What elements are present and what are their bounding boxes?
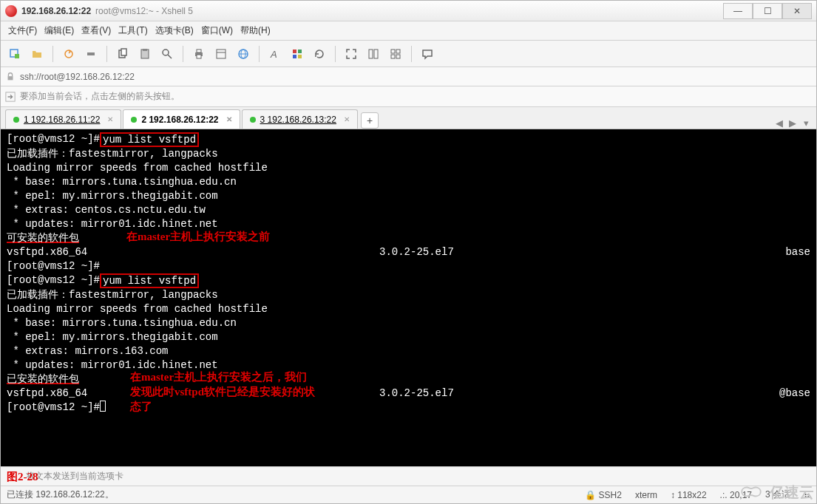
- menu-view[interactable]: 查看(V): [81, 24, 111, 37]
- app-icon: [5, 5, 17, 17]
- highlighted-command: yum list vsftpd: [100, 132, 199, 147]
- svg-rect-21: [293, 55, 296, 58]
- svg-rect-13: [217, 50, 226, 58]
- svg-rect-29: [8, 76, 13, 80]
- svg-rect-27: [391, 55, 395, 58]
- tile-button[interactable]: [364, 44, 383, 64]
- highlighted-command: yum list vsftpd: [100, 273, 199, 288]
- titlebar: 192.168.26.12:22 root@vms12:~ - Xshell 5…: [1, 1, 816, 21]
- svg-rect-25: [391, 50, 395, 53]
- tab-label: 2 192.168.26.12:22: [141, 115, 218, 125]
- close-button[interactable]: ✕: [782, 3, 812, 19]
- svg-rect-26: [396, 50, 400, 53]
- arrow-add-icon[interactable]: [5, 92, 16, 102]
- find-button[interactable]: [157, 44, 177, 64]
- color-button[interactable]: [288, 44, 307, 64]
- annotation-before: 在master主机上执行安装之前: [126, 229, 270, 244]
- menu-help[interactable]: 帮助(H): [240, 24, 271, 37]
- tab-session-3[interactable]: 3 192.168.26.13:22 ✕: [242, 109, 358, 129]
- tab-menu-button[interactable]: ▾: [800, 117, 812, 129]
- svg-rect-24: [374, 50, 378, 58]
- address-text[interactable]: ssh://root@192.168.26.12:22: [20, 72, 135, 82]
- svg-line-9: [168, 55, 172, 58]
- terminal-output[interactable]: [root@vms12 ~]# yum list vsftpd 已加载插件：fa…: [1, 129, 816, 466]
- close-tab-icon[interactable]: ✕: [226, 115, 232, 123]
- menubar: 文件(F) 编辑(E) 查看(V) 工具(T) 选项卡(B) 窗口(W) 帮助(…: [1, 21, 816, 41]
- menu-tools[interactable]: 工具(T): [118, 24, 147, 37]
- terminal-cursor: [100, 401, 106, 412]
- paste-button[interactable]: [135, 44, 155, 64]
- svg-rect-28: [396, 55, 400, 58]
- add-tab-button[interactable]: +: [361, 112, 379, 129]
- close-tab-icon[interactable]: ✕: [107, 115, 113, 123]
- close-tab-icon[interactable]: ✕: [344, 115, 350, 123]
- toolbar: A: [1, 41, 816, 67]
- svg-rect-5: [121, 49, 126, 55]
- tab-prev-button[interactable]: ◀: [773, 117, 785, 129]
- annotation-after: 在master主机上执行安装之后，我们 发现此时vsftpd软件已经是安装好的状…: [130, 370, 352, 414]
- grid-button[interactable]: [386, 44, 405, 64]
- tab-next-button[interactable]: ▶: [787, 117, 799, 129]
- hint-text: 要添加当前会话，点击左侧的箭头按钮。: [20, 90, 180, 103]
- svg-rect-22: [298, 55, 302, 58]
- tab-label: 3 192.168.26.13:22: [260, 115, 336, 125]
- svg-rect-19: [293, 50, 296, 53]
- watermark: 亿速云: [740, 483, 814, 503]
- menu-tab[interactable]: 选项卡(B): [155, 24, 194, 37]
- copy-button[interactable]: [113, 44, 132, 64]
- refresh-button[interactable]: [310, 44, 329, 64]
- svg-rect-20: [298, 50, 302, 53]
- hint-bar: 要添加当前会话，点击左侧的箭头按钮。: [1, 86, 816, 107]
- minimize-button[interactable]: —: [723, 3, 753, 19]
- new-session-button[interactable]: [5, 44, 24, 64]
- svg-rect-23: [369, 50, 373, 58]
- svg-point-2: [65, 50, 72, 58]
- send-text-bar[interactable]: 将文本发送到当前选项卡 图2-28: [1, 466, 816, 486]
- status-bar: 已连接 192.168.26.12:22。 🔒 SSH2 xterm ↕ 118…: [1, 486, 816, 503]
- menu-window[interactable]: 窗口(W): [201, 24, 233, 37]
- tab-bar: 1 192.168.26.11:22 ✕ 2 192.168.26.12:22 …: [1, 107, 816, 129]
- svg-rect-12: [197, 55, 201, 58]
- menu-file[interactable]: 文件(F): [8, 24, 37, 37]
- send-text-hint: 将文本发送到当前选项卡: [26, 470, 123, 483]
- fullscreen-button[interactable]: [342, 44, 361, 64]
- tab-session-2[interactable]: 2 192.168.26.12:22 ✕: [123, 109, 240, 129]
- svg-rect-1: [15, 54, 19, 58]
- maximize-button[interactable]: ☐: [753, 3, 782, 19]
- menu-edit[interactable]: 编辑(E): [44, 24, 74, 37]
- print-button[interactable]: [189, 44, 209, 64]
- properties-button[interactable]: [211, 44, 231, 64]
- status-protocol: 🔒 SSH2: [585, 490, 622, 500]
- figure-number: 图2-28: [7, 470, 38, 484]
- status-dot-icon: [131, 117, 137, 123]
- status-connection: 已连接 192.168.26.12:22。: [7, 488, 114, 501]
- reconnect-button[interactable]: [59, 44, 78, 64]
- address-bar: ssh://root@192.168.26.12:22: [1, 67, 816, 86]
- svg-rect-7: [143, 49, 147, 51]
- svg-rect-3: [87, 52, 95, 55]
- chat-button[interactable]: [418, 44, 437, 64]
- tab-session-1[interactable]: 1 192.168.26.11:22 ✕: [5, 109, 121, 129]
- svg-text:A: A: [270, 49, 277, 60]
- svg-rect-11: [197, 50, 201, 52]
- window-title-rest: root@vms12:~ - Xshell 5: [95, 6, 193, 16]
- status-size: ↕ 118x22: [671, 490, 707, 500]
- globe-button[interactable]: [234, 44, 253, 64]
- status-termtype: xterm: [635, 490, 657, 500]
- status-dot-icon: [250, 117, 256, 123]
- svg-point-8: [163, 50, 169, 55]
- open-button[interactable]: [27, 44, 47, 64]
- tab-label: 1 192.168.26.11:22: [24, 115, 100, 125]
- disconnect-button[interactable]: [81, 44, 101, 64]
- window-title-strong: 192.168.26.12:22: [21, 6, 91, 16]
- font-button[interactable]: A: [265, 44, 285, 64]
- lock-icon: [5, 72, 16, 82]
- status-dot-icon: [13, 117, 19, 123]
